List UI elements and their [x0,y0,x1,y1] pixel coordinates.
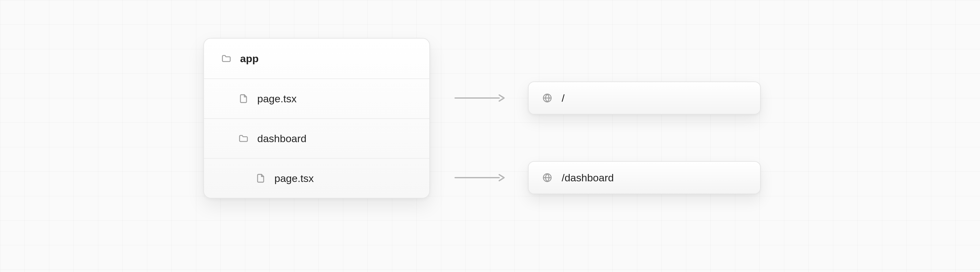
tree-row-root: app [204,38,430,78]
folder-icon [221,53,232,64]
globe-icon [542,172,552,183]
tree-row-label: page.tsx [257,93,297,105]
tree-row-label: dashboard [257,133,307,145]
file-icon [255,173,266,183]
tree-row-label: page.tsx [274,172,314,185]
arrow-icon [453,98,505,99]
tree-row: page.tsx [204,158,430,198]
route-pill: /dashboard [528,161,761,194]
route-path: /dashboard [562,172,614,184]
arrow-icon [453,178,505,178]
route-path: / [562,92,565,104]
folder-icon [238,133,249,144]
background-grid [0,0,980,272]
tree-row: page.tsx [204,78,430,118]
tree-row-label: app [240,52,258,65]
file-tree-panel: app page.tsx dashboard [204,38,430,199]
file-icon [238,94,249,104]
route-pill: / [528,81,761,115]
globe-icon [542,93,552,103]
tree-row: dashboard [204,118,430,158]
